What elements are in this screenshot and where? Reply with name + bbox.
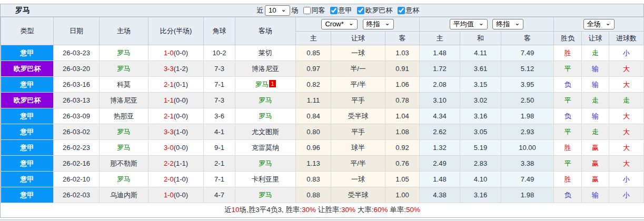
- fulltime-score: 3-3: [164, 128, 174, 136]
- odds-select-group: Crow*⌄ 终指⌄: [296, 17, 420, 32]
- handicap-line: 平手: [331, 93, 385, 108]
- summary-part: 10: [231, 206, 239, 214]
- halftime-score: (0-1): [174, 81, 188, 88]
- europa-filter[interactable]: 欧罗巴杯: [354, 6, 393, 15]
- coppa-filter[interactable]: 意杯: [394, 6, 420, 15]
- europa-checkbox[interactable]: [357, 7, 364, 14]
- odds-stage-select[interactable]: 终指⌄: [363, 19, 394, 29]
- coppa-checkbox[interactable]: [398, 7, 405, 14]
- full-scope-select[interactable]: 全场⌄: [583, 19, 615, 29]
- summary-part: 场,胜3平4负3, 胜率:: [239, 206, 302, 214]
- goals-cell: 大: [609, 77, 644, 93]
- title-bar: 罗马 近 10⌄ 场 同客 意甲 欧罗巴杯 意杯: [1, 4, 643, 17]
- corners-cell: 3-6: [204, 108, 235, 124]
- home-team: 科莫: [100, 77, 148, 93]
- goals-cell: 大: [609, 108, 644, 124]
- fulltime-score: 2-0: [164, 175, 174, 183]
- fulltime-score: 2-1: [164, 81, 174, 88]
- odds-away: 1.00: [385, 187, 420, 203]
- summary-part: 30%: [302, 206, 316, 214]
- avg-draw-odds: 4.11: [460, 45, 501, 61]
- league-badge: 意甲: [1, 108, 54, 124]
- chevron-down-icon: ⌄: [281, 7, 286, 12]
- avg-draw-odds: 3.05: [460, 124, 501, 140]
- avg-away-odds: 2.50: [501, 93, 554, 108]
- odds-away: 1.06: [385, 77, 420, 93]
- result-cell: 平: [554, 156, 582, 172]
- matches-table: 类型 日期 主场 比分(半场) 角球 客场 Crow*⌄ 终指⌄ 平均值⌄ 终指…: [1, 17, 644, 217]
- match-date: 26-02-10: [54, 172, 100, 187]
- match-count-value: 10: [269, 6, 276, 14]
- match-count-select[interactable]: 10⌄: [265, 5, 290, 16]
- result-cell: 负: [554, 108, 582, 124]
- sub-header-handicap-result: 让球: [582, 32, 609, 45]
- handicap-line: 平手: [331, 124, 385, 140]
- home-team: 罗马: [100, 61, 148, 77]
- bottom-divider: [0, 219, 644, 220]
- handicap-line: 一球: [331, 45, 385, 61]
- avg-home-odds: 4.38: [420, 187, 460, 203]
- same-away-checkbox[interactable]: [303, 7, 311, 14]
- table-row: 意甲 26-02-10 罗马 2-0(1-0) 7-1 卡利亚里 0.83 一球…: [1, 172, 644, 187]
- sub-header-avg-home: 主: [420, 32, 460, 45]
- table-row: 意甲 26-02-23 罗马 3-0(0-0) 9-1 克雷莫纳 0.96 球半…: [1, 140, 644, 156]
- handicap-line: 球半: [331, 140, 385, 156]
- halftime-score: (0-0): [174, 96, 188, 104]
- handicap-line: 平/半: [331, 156, 385, 172]
- table-row: 意甲 26-02-16 那不勒斯 2-2(1-1) 2-1 罗马 1.13 平/…: [1, 156, 644, 172]
- home-team: 罗马: [100, 124, 148, 140]
- avg-source-value: 平均值: [453, 19, 474, 29]
- summary-part: 让胜率:: [316, 206, 341, 214]
- score-cell: 2-2(1-1): [148, 156, 204, 172]
- summary-row: 近10场,胜3平4负3, 胜率:30% 让胜率:30% 大率:60% 单率:50…: [1, 203, 644, 217]
- halftime-score: (0-0): [174, 144, 188, 152]
- summary-part: 近: [224, 206, 232, 214]
- handicap-result-cell: 输: [582, 61, 609, 77]
- avg-away-odds: 7.49: [501, 172, 554, 187]
- serie-a-filter[interactable]: 意甲: [327, 6, 352, 15]
- avg-draw-odds: 5.19: [460, 140, 501, 156]
- avg-source-select[interactable]: 平均值⌄: [450, 19, 488, 29]
- match-date: 26-03-09: [54, 108, 100, 124]
- serie-a-checkbox[interactable]: [330, 7, 338, 14]
- corners-cell: 9-1: [204, 140, 235, 156]
- away-team-name: 克雷莫纳: [252, 144, 279, 152]
- odds-company-value: Crow*: [325, 20, 343, 28]
- top-spacer: [0, 0, 644, 4]
- page-title: 罗马: [15, 6, 30, 15]
- chevron-down-icon: ⌄: [606, 21, 611, 26]
- same-away-filter[interactable]: 同客: [300, 6, 325, 15]
- avg-stage-select[interactable]: 终指⌄: [492, 19, 523, 29]
- avg-away-odds: 1.98: [501, 108, 554, 124]
- stats-panel: 罗马 近 10⌄ 场 同客 意甲 欧罗巴杯 意杯 类型 日期: [0, 4, 644, 218]
- fulltime-score: 1-0: [164, 49, 174, 57]
- goals-cell: 小: [609, 187, 644, 203]
- halftime-score: (0-0): [174, 112, 188, 120]
- table-row: 意甲 26-02-03 乌迪内斯 1-0(0-0) 4-7 罗马 0.88 受半…: [1, 187, 644, 203]
- halftime-score: (0-0): [174, 191, 188, 199]
- col-header-corners: 角球: [204, 17, 235, 45]
- avg-home-odds: 2.62: [420, 124, 460, 140]
- odds-home: 0.83: [296, 172, 331, 187]
- corners-cell: 4-7: [204, 187, 235, 203]
- goals-cell: 大: [609, 140, 644, 156]
- odds-away: 0.91: [385, 61, 420, 77]
- home-team: 那不勒斯: [100, 156, 148, 172]
- goals-cell: 小: [609, 45, 644, 61]
- summary-part: 50%: [406, 206, 420, 214]
- avg-draw-odds: 3.02: [460, 93, 501, 108]
- avg-draw-odds: 2.83: [460, 156, 501, 172]
- corners-cell: 4-1: [204, 124, 235, 140]
- table-row: 意甲 26-03-16 科莫 2-1(0-1) 7-1 罗马1 0.82 平/半…: [1, 77, 644, 93]
- match-date: 26-03-23: [54, 45, 100, 61]
- league-badge: 意甲: [1, 124, 54, 140]
- away-team-name: 罗马: [259, 191, 272, 199]
- score-cell: 1-0(0-0): [148, 45, 204, 61]
- halftime-score: (1-2): [174, 65, 188, 73]
- odds-company-select[interactable]: Crow*⌄: [321, 19, 357, 29]
- score-cell: 2-1(0-1): [148, 77, 204, 93]
- match-date: 26-02-03: [54, 187, 100, 203]
- result-cell: 平: [554, 61, 582, 77]
- league-badge: 意甲: [1, 156, 54, 172]
- fulltime-score: 3-0: [164, 144, 174, 152]
